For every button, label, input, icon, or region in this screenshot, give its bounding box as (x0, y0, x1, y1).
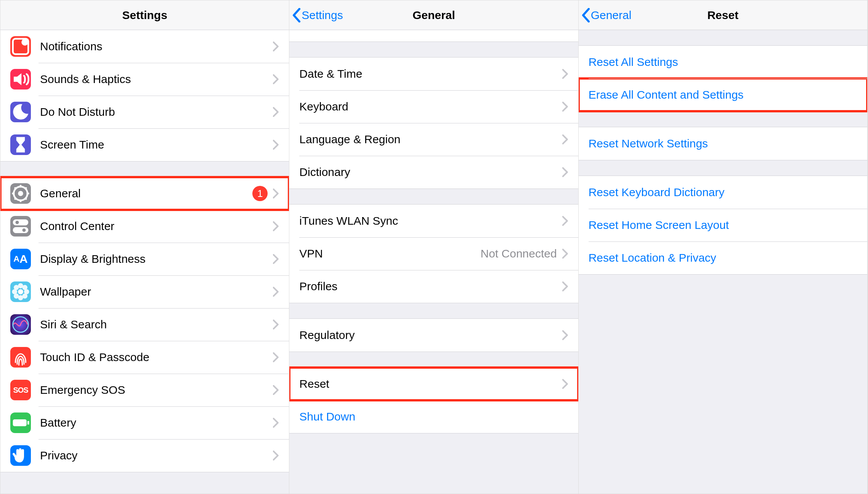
general-row-regulatory[interactable]: Regulatory (289, 319, 578, 352)
row-label: Date & Time (299, 67, 562, 80)
row-label: Shut Down (299, 410, 568, 423)
group-gap (289, 189, 578, 204)
settings-row-general[interactable]: General 1 (0, 177, 289, 210)
chevron-right-icon (273, 140, 279, 150)
settings-pane: Settings Notifications Sounds & Haptics (0, 0, 289, 494)
settings-row-display[interactable]: AA Display & Brightness (0, 243, 289, 275)
chevron-right-icon (273, 221, 279, 231)
general-row-clipped[interactable] (289, 30, 578, 42)
chevron-right-icon (562, 102, 568, 112)
row-label: Emergency SOS (40, 384, 273, 396)
back-label: Settings (302, 9, 343, 22)
settings-row-privacy[interactable]: Privacy (0, 439, 289, 472)
row-label: Sounds & Haptics (40, 73, 273, 86)
row-label: Reset (299, 377, 562, 390)
siri-icon (10, 314, 31, 335)
settings-row-dnd[interactable]: Do Not Disturb (0, 96, 289, 128)
row-label: General (40, 187, 252, 200)
settings-row-wallpaper[interactable]: Wallpaper (0, 275, 289, 308)
settings-scroll[interactable]: Notifications Sounds & Haptics Do Not Di… (0, 30, 289, 494)
settings-row-siri[interactable]: Siri & Search (0, 308, 289, 341)
settings-row-sos[interactable]: SOS Emergency SOS (0, 374, 289, 406)
reset-row-location-privacy[interactable]: Reset Location & Privacy (579, 241, 867, 274)
hourglass-icon (10, 134, 31, 155)
general-row-profiles[interactable]: Profiles (289, 270, 578, 303)
chevron-right-icon (273, 74, 279, 84)
reset-row-erase-all[interactable]: Erase All Content and Settings (579, 78, 867, 111)
chevron-right-icon (273, 254, 279, 264)
settings-row-notifications[interactable]: Notifications (0, 30, 289, 63)
row-label: Reset Home Screen Layout (589, 219, 857, 232)
settings-row-controlcenter[interactable]: Control Center (0, 210, 289, 243)
general-pane: Settings General Date & Time Keyboard La… (289, 0, 578, 494)
row-label: Dictionary (299, 166, 562, 179)
chevron-left-icon (582, 8, 590, 22)
svg-point-14 (16, 221, 19, 224)
general-row-reset[interactable]: Reset (289, 368, 578, 400)
general-row-vpn[interactable]: VPN Not Connected (289, 237, 578, 270)
row-label: Touch ID & Passcode (40, 351, 273, 364)
svg-rect-27 (27, 421, 29, 425)
row-label: Siri & Search (40, 318, 273, 331)
notification-badge: 1 (252, 186, 268, 201)
row-label: Profiles (299, 280, 562, 293)
reset-scroll[interactable]: Reset All Settings Erase All Content and… (579, 30, 867, 494)
chevron-right-icon (562, 379, 568, 389)
row-label: Wallpaper (40, 285, 273, 298)
settings-row-battery[interactable]: Battery (0, 406, 289, 439)
row-label: Reset Network Settings (589, 137, 857, 150)
settings-group-1: Notifications Sounds & Haptics Do Not Di… (0, 30, 289, 161)
chevron-right-icon (273, 352, 279, 362)
chevron-right-icon (562, 134, 568, 144)
settings-row-sounds[interactable]: Sounds & Haptics (0, 63, 289, 96)
svg-point-15 (22, 229, 26, 232)
sounds-icon (10, 69, 31, 90)
svg-point-21 (14, 285, 19, 290)
general-row-dictionary[interactable]: Dictionary (289, 156, 578, 189)
navbar-general: Settings General (289, 0, 578, 30)
general-scroll[interactable]: Date & Time Keyboard Language & Region D… (289, 30, 578, 494)
row-label: Display & Brightness (40, 253, 273, 265)
back-button[interactable]: Settings (292, 0, 343, 30)
svg-line-10 (14, 198, 16, 200)
toggle-icon (10, 216, 31, 237)
svg-point-1 (21, 39, 28, 46)
page-title: Reset (707, 9, 738, 22)
general-row-language[interactable]: Language & Region (289, 123, 578, 156)
general-row-keyboard[interactable]: Keyboard (289, 90, 578, 123)
group-gap (289, 303, 578, 318)
reset-group-3: Reset Keyboard Dictionary Reset Home Scr… (579, 176, 867, 275)
chevron-right-icon (562, 216, 568, 226)
svg-rect-12 (13, 219, 29, 225)
chevron-right-icon (273, 287, 279, 297)
svg-line-8 (14, 187, 16, 189)
general-group-4: Regulatory (289, 318, 578, 352)
reset-group-1: Reset All Settings Erase All Content and… (579, 45, 867, 112)
svg-point-3 (18, 191, 23, 196)
svg-point-22 (22, 285, 28, 290)
chevron-right-icon (273, 189, 279, 198)
chevron-right-icon (562, 69, 568, 79)
reset-row-network[interactable]: Reset Network Settings (579, 127, 867, 160)
general-row-itunes-sync[interactable]: iTunes WLAN Sync (289, 205, 578, 237)
reset-row-all-settings[interactable]: Reset All Settings (579, 46, 867, 78)
general-group-clipped (289, 30, 578, 42)
general-row-shutdown[interactable]: Shut Down (289, 400, 578, 433)
moon-icon (10, 102, 31, 122)
settings-row-touchid[interactable]: Touch ID & Passcode (0, 341, 289, 374)
reset-row-home-layout[interactable]: Reset Home Screen Layout (579, 209, 867, 241)
gear-icon (10, 183, 31, 204)
chevron-right-icon (273, 418, 279, 428)
row-label: iTunes WLAN Sync (299, 214, 562, 227)
group-gap (289, 352, 578, 367)
back-button[interactable]: General (582, 0, 632, 30)
general-row-datetime[interactable]: Date & Time (289, 58, 578, 90)
reset-group-2: Reset Network Settings (579, 127, 867, 160)
row-label: Control Center (40, 220, 273, 233)
sos-icon: SOS (10, 380, 31, 400)
settings-row-screentime[interactable]: Screen Time (0, 128, 289, 161)
reset-row-keyboard-dict[interactable]: Reset Keyboard Dictionary (579, 176, 867, 209)
fingerprint-icon (10, 347, 31, 368)
group-gap (579, 112, 867, 127)
group-gap (289, 42, 578, 57)
